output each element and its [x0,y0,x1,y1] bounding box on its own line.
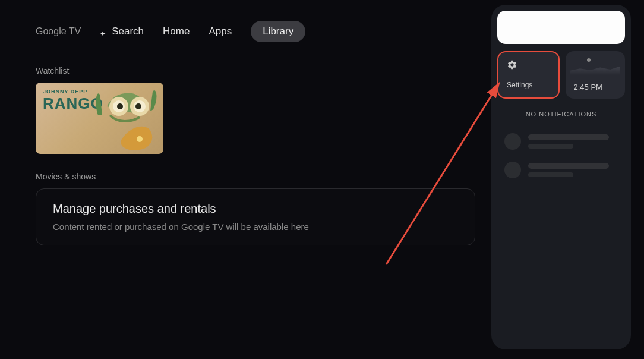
nav-search[interactable]: Search [100,26,144,37]
mountain-icon [570,64,621,75]
no-notifications-label: NO NOTIFICATIONS [497,111,625,118]
settings-label: Settings [507,81,550,89]
panel-header-bar[interactable] [497,11,625,44]
placeholder-line [528,172,573,177]
clock-time: 2:45 PM [574,83,617,92]
nav-apps-label: Apps [209,26,232,37]
weather-graphic [570,57,621,75]
svg-point-6 [135,103,141,109]
sun-icon [587,58,591,62]
nav-home-label: Home [163,26,190,37]
watchlist-movie-card[interactable]: JOHNNY DEPP RANGO [36,83,163,154]
placeholder-line [528,163,609,169]
brand-label: Google TV [36,26,81,37]
nav-search-label: Search [112,26,144,37]
purchases-title: Manage purchases and rentals [53,202,458,216]
quick-settings-panel: Settings 2:45 PM NO NOTIFICATIONS [491,5,631,349]
placeholder-line [528,144,573,149]
assistant-icon [100,27,108,36]
placeholder-lines [528,134,618,149]
nav-home[interactable]: Home [163,26,190,37]
placeholder-line [528,134,609,140]
notification-placeholder [497,156,625,184]
gear-icon [507,59,517,70]
tile-row: Settings 2:45 PM [497,51,625,99]
svg-point-0 [137,136,143,142]
purchases-description: Content rented or purchased on Google TV… [53,222,458,232]
manage-purchases-card[interactable]: Manage purchases and rentals Content ren… [36,188,475,245]
nav-library-label: Library [263,26,293,37]
clock-tile[interactable]: 2:45 PM [566,51,626,99]
movie-artwork [83,83,163,154]
placeholder-avatar [504,133,521,150]
notification-placeholder [497,127,625,156]
nav-library[interactable]: Library [251,21,305,42]
svg-point-3 [117,103,123,109]
nav-apps[interactable]: Apps [209,26,232,37]
settings-tile[interactable]: Settings [497,51,560,99]
placeholder-avatar [504,162,521,178]
placeholder-lines [528,163,618,177]
